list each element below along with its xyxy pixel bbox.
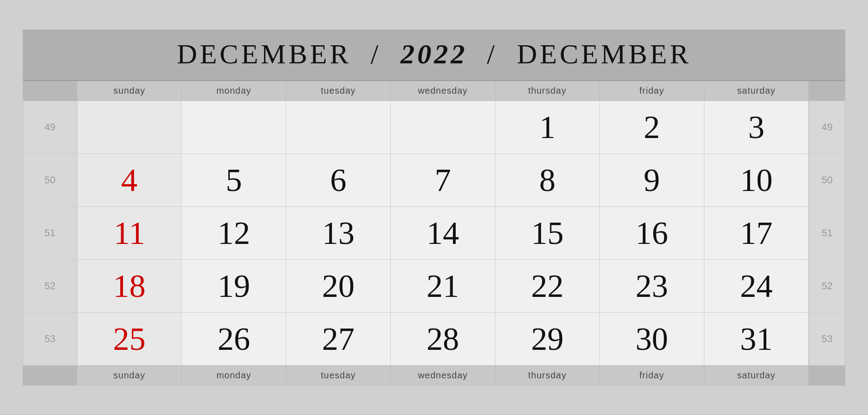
week-row-2: 504567891050 (23, 154, 845, 207)
calendar-header: DECEMBER / 2022 / DECEMBER (23, 30, 845, 81)
day-cell-w5-d3: 27 (286, 313, 391, 365)
week-number-left-2: 50 (23, 154, 77, 206)
day-name-monday-bottom: monday (182, 366, 286, 385)
day-names-header: sunday monday tuesday wednesday thursday… (23, 81, 845, 101)
day-cell-w3-d2: 12 (182, 207, 286, 259)
day-cell-w1-d3: 0 (286, 101, 391, 153)
week-number-right-4: 52 (809, 260, 845, 312)
week-number-right-2: 50 (809, 154, 845, 206)
day-name-friday: friday (600, 81, 704, 100)
day-cell-w5-d2: 26 (182, 313, 286, 365)
day-cell-w5-d7: 31 (704, 313, 809, 365)
day-cell-w4-d4: 21 (391, 260, 495, 312)
day-name-tuesday: tuesday (286, 81, 391, 100)
week-number-left-1: 49 (23, 101, 77, 153)
year: 2022 (401, 38, 467, 69)
day-cell-w5-d5: 29 (495, 313, 600, 365)
day-cell-w4-d1: 18 (77, 260, 182, 312)
day-cell-w3-d5: 15 (495, 207, 600, 259)
week-row-4: 521819202122232452 (23, 260, 845, 313)
day-cell-w3-d3: 13 (286, 207, 391, 259)
day-cell-w1-d1: 0 (77, 101, 182, 153)
day-cell-w3-d1: 11 (77, 207, 182, 259)
day-names-footer: sunday monday tuesday wednesday thursday… (23, 365, 845, 385)
month-left: DECEMBER (177, 38, 351, 69)
day-cell-w5-d6: 30 (600, 313, 704, 365)
day-name-saturday-bottom: saturday (704, 366, 809, 385)
day-cell-w2-d5: 8 (495, 154, 600, 206)
calendar-grid: 4900001234950456789105051111213141516175… (23, 101, 845, 365)
day-cell-w2-d7: 10 (704, 154, 809, 206)
day-cell-w3-d7: 17 (704, 207, 809, 259)
separator-left: / (371, 38, 381, 69)
day-cell-w1-d4: 0 (391, 101, 495, 153)
week-number-left-3: 51 (23, 207, 77, 259)
separator-right: / (487, 38, 497, 69)
day-name-thursday-bottom: thursday (495, 366, 600, 385)
day-cell-w4-d7: 24 (704, 260, 809, 312)
day-cell-w1-d7: 3 (704, 101, 809, 153)
week-row-1: 49000012349 (23, 101, 845, 154)
day-name-sunday-bottom: sunday (77, 366, 182, 385)
day-cell-w4-d3: 20 (286, 260, 391, 312)
day-cell-w2-d2: 5 (182, 154, 286, 206)
week-number-left-4: 52 (23, 260, 77, 312)
day-cell-w1-d5: 1 (495, 101, 600, 153)
day-name-friday-bottom: friday (600, 366, 704, 385)
day-name-wednesday: wednesday (391, 81, 495, 100)
day-cell-w5-d1: 25 (77, 313, 182, 365)
day-cell-w4-d5: 22 (495, 260, 600, 312)
week-number-right-1: 49 (809, 101, 845, 153)
day-cell-w4-d2: 19 (182, 260, 286, 312)
day-name-tuesday-bottom: tuesday (286, 366, 391, 385)
week-col-footer-right (809, 366, 845, 385)
calendar-title: DECEMBER / 2022 / DECEMBER (23, 38, 845, 70)
day-name-thursday: thursday (495, 81, 600, 100)
day-name-wednesday-bottom: wednesday (391, 366, 495, 385)
day-cell-w3-d6: 16 (600, 207, 704, 259)
day-cell-w4-d6: 23 (600, 260, 704, 312)
day-cell-w1-d6: 2 (600, 101, 704, 153)
week-number-right-3: 51 (809, 207, 845, 259)
day-name-monday: monday (182, 81, 286, 100)
day-cell-w2-d3: 6 (286, 154, 391, 206)
week-number-right-5: 53 (809, 313, 845, 365)
week-col-footer-left (23, 366, 77, 385)
day-cell-w2-d4: 7 (391, 154, 495, 206)
day-name-saturday: saturday (704, 81, 809, 100)
week-number-left-5: 53 (23, 313, 77, 365)
day-cell-w2-d6: 9 (600, 154, 704, 206)
day-cell-w1-d2: 0 (182, 101, 286, 153)
calendar-container: DECEMBER / 2022 / DECEMBER sunday monday… (23, 29, 845, 386)
week-row-5: 532526272829303153 (23, 313, 845, 365)
day-cell-w3-d4: 14 (391, 207, 495, 259)
week-col-header-left (23, 81, 77, 100)
month-right: DECEMBER (517, 38, 691, 69)
day-name-sunday: sunday (77, 81, 182, 100)
day-cell-w2-d1: 4 (77, 154, 182, 206)
week-col-header-right (809, 81, 845, 100)
day-cell-w5-d4: 28 (391, 313, 495, 365)
week-row-3: 511112131415161751 (23, 207, 845, 260)
